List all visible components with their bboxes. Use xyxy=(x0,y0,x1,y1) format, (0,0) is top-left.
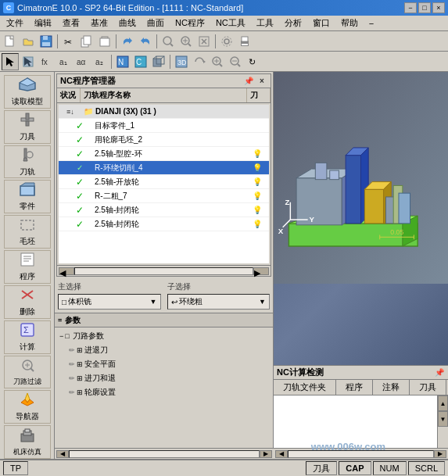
nc-check-pin[interactable]: 📌 xyxy=(434,367,445,378)
toolbar2-view1[interactable]: 3D xyxy=(173,53,190,70)
nc-check-tab-2[interactable]: 注释 xyxy=(373,380,410,395)
menu-nc-tools[interactable]: NC工具 xyxy=(211,16,250,30)
nc-row-1[interactable]: ✓ 用轮廓毛坯_2 xyxy=(59,133,269,147)
params-item-3[interactable]: ✏ ⊞ 轮廓设置 xyxy=(56,385,271,399)
nc-panel-close[interactable]: × xyxy=(256,76,267,87)
toolbar-save[interactable] xyxy=(38,33,55,50)
toolbar2-btn-extra[interactable]: ↻ xyxy=(245,53,262,70)
sidebar-calc[interactable]: Σ 计算 xyxy=(4,320,51,354)
sidebar-machine-sim[interactable]: 机床仿真 xyxy=(4,425,51,459)
minimize-button[interactable]: − xyxy=(404,2,417,13)
maximize-button[interactable]: □ xyxy=(418,2,431,13)
params-item-2[interactable]: ✏ ⊞ 进刀和退 xyxy=(56,371,271,385)
params-group-row[interactable]: − □ 刀路参数 xyxy=(56,329,271,343)
toolbar2-btn4[interactable]: a₁ xyxy=(56,53,73,70)
viewport-3d[interactable]: 0.05 Z Y X xyxy=(274,72,448,365)
nc-row-2[interactable]: ✓ 2.5轴-型腔-环 💡 xyxy=(59,147,269,161)
close-button[interactable]: × xyxy=(432,2,445,13)
svg-text:a₁: a₁ xyxy=(59,58,67,66)
nc-check-vscrollbar[interactable]: ▲ ▼ xyxy=(437,395,448,448)
window-controls: − □ × xyxy=(404,2,445,13)
params-scroll-left[interactable]: ◀ xyxy=(56,450,69,458)
svg-rect-75 xyxy=(25,429,30,432)
toolbar-new[interactable] xyxy=(2,33,19,50)
sidebar-knife[interactable]: 刀具 xyxy=(4,110,51,144)
sidebar-read-model[interactable]: 读取模型 xyxy=(4,75,51,109)
svg-line-68 xyxy=(30,368,34,371)
toolbar2-rotate[interactable] xyxy=(191,53,208,70)
nc-check-tab-1[interactable]: 程序 xyxy=(336,380,373,395)
scrollbar-right-btn[interactable]: ▶ xyxy=(253,267,269,275)
menu-analysis[interactable]: 分析 xyxy=(280,16,306,30)
sidebar-blank[interactable]: 毛坯 xyxy=(4,215,51,249)
nc-check-tab-3[interactable]: 刀具 xyxy=(410,380,446,395)
nc-row-5[interactable]: ✓ R-二粗_7 💡 xyxy=(59,189,269,203)
nc-check-tab-0[interactable]: 刀轨文件夹 xyxy=(274,380,336,395)
toolbar2-btn6[interactable]: a₂ xyxy=(91,53,109,70)
toolbar2-btn3[interactable]: fx xyxy=(38,53,55,70)
nc-tree-content[interactable]: ≡↓ 📁 DIANJI (3X) (31 ) ✓ 目标零件_1 ✓ 用 xyxy=(59,105,269,263)
toolbar-undo[interactable] xyxy=(119,33,136,50)
params-item-0[interactable]: ✏ ⊞ 进退刀 xyxy=(56,343,271,357)
menu-base[interactable]: 基准 xyxy=(86,16,113,30)
vscroll-up[interactable]: ▲ xyxy=(438,395,448,411)
menu-edit[interactable]: 编辑 xyxy=(30,16,56,30)
sidebar-cutter[interactable]: 刀轨 xyxy=(4,145,51,179)
toolbar2-zoom-out[interactable] xyxy=(227,53,244,70)
menu-surface[interactable]: 曲面 xyxy=(142,16,169,30)
params-item-1[interactable]: ✏ ⊞ 安全平面 xyxy=(56,357,271,371)
menu-minus[interactable]: − xyxy=(364,17,378,30)
menu-window[interactable]: 窗口 xyxy=(308,16,335,30)
menu-file[interactable]: 文件 xyxy=(2,16,28,30)
toolbar2-select[interactable] xyxy=(2,53,19,70)
toolbar-print[interactable] xyxy=(236,33,253,50)
nc-panel-pin[interactable]: 📌 xyxy=(243,76,254,87)
nc-row-6[interactable]: ✓ 2.5轴-封闭轮 💡 xyxy=(59,203,269,217)
toolbar2-btn2[interactable] xyxy=(20,53,37,70)
toolbar2-btn5[interactable]: aα xyxy=(73,53,91,70)
params-scroll-track[interactable] xyxy=(69,450,260,458)
nc-row-3[interactable]: ✓ R-环绕切削_4 💡 xyxy=(59,161,269,175)
toolbar-zoom2[interactable] xyxy=(177,33,195,50)
main-selection-input[interactable]: □ 体积铣 ▼ xyxy=(58,294,161,310)
separator-1 xyxy=(57,34,58,48)
toolbar2-zoom-in[interactable] xyxy=(209,53,226,70)
nc-hscrollbar[interactable]: ◀ ▶ xyxy=(57,265,271,276)
menu-nc-program[interactable]: NC程序 xyxy=(170,16,210,30)
nc-row-4[interactable]: ✓ 2.5轴-开放轮 💡 xyxy=(59,175,269,189)
scrollbar-left-btn[interactable]: ◀ xyxy=(59,267,74,275)
vscroll-down[interactable]: ▼ xyxy=(438,411,448,427)
svg-rect-91 xyxy=(399,193,410,224)
toolbar-paste[interactable] xyxy=(96,33,113,50)
nc-row-0[interactable]: ✓ 目标零件_1 xyxy=(59,119,269,133)
toolbar-open[interactable] xyxy=(20,33,37,50)
menu-curve[interactable]: 曲线 xyxy=(114,16,141,30)
toolbar-copy[interactable] xyxy=(78,33,95,50)
nc-scroll-left[interactable]: ◀ xyxy=(275,450,288,458)
params-hscrollbar[interactable]: ◀ ▶ xyxy=(55,448,273,459)
sidebar-knife-filter[interactable]: 刀路过滤 xyxy=(4,356,51,389)
sidebar-part[interactable]: 零件 xyxy=(4,180,51,213)
toolbar-redo[interactable] xyxy=(137,33,154,50)
sidebar-navigator[interactable]: 导航器 xyxy=(4,390,51,424)
nc-scroll-right[interactable]: ▶ xyxy=(434,450,446,458)
sub-selection-input[interactable]: ↩ 环绕粗 ▼ xyxy=(167,294,271,310)
toolbar2-nc2[interactable]: C xyxy=(132,53,149,70)
toolbar-zoom[interactable] xyxy=(159,33,177,50)
nc-row-7[interactable]: ✓ 2.5轴-封闭轮 💡 xyxy=(59,217,269,231)
toolbar-settings[interactable] xyxy=(218,33,235,50)
params-scroll-right[interactable]: ▶ xyxy=(260,450,272,458)
menu-help[interactable]: 帮助 xyxy=(336,16,363,30)
sidebar-delete[interactable]: 删除 xyxy=(4,285,51,319)
svg-marker-56 xyxy=(20,183,34,186)
scrollbar-track[interactable] xyxy=(74,267,253,275)
toolbar-fit[interactable] xyxy=(195,33,213,50)
toolbar-cut[interactable]: ✂ xyxy=(60,33,77,50)
toolbar2-nc1[interactable]: N xyxy=(114,53,131,70)
sidebar-program[interactable]: 程序 xyxy=(4,250,51,284)
menu-view[interactable]: 查看 xyxy=(58,16,84,30)
toolbar2-3d1[interactable] xyxy=(150,53,167,70)
svg-rect-59 xyxy=(21,253,34,266)
nc-group-row[interactable]: ≡↓ 📁 DIANJI (3X) (31 ) xyxy=(59,105,269,119)
menu-tools[interactable]: 工具 xyxy=(252,16,278,30)
